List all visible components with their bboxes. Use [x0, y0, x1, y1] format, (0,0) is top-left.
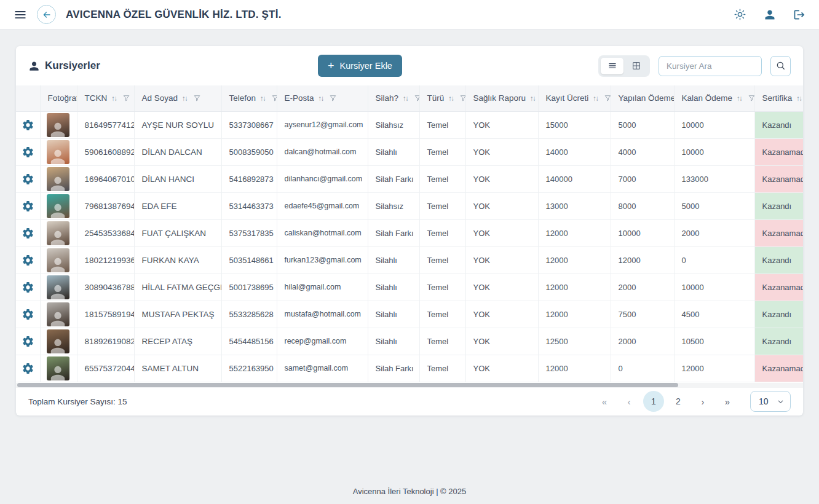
- grid-view-button[interactable]: [625, 58, 647, 74]
- column-header-silah[interactable]: Silah? ↑↓: [368, 85, 419, 111]
- filter-icon[interactable]: [604, 94, 611, 102]
- cell-phone: 5533285628: [221, 301, 277, 328]
- cell-sertifika: Kazanamadı: [754, 219, 803, 246]
- horizontal-scrollbar[interactable]: [16, 383, 803, 388]
- hamburger-menu-icon[interactable]: [14, 8, 27, 22]
- add-trainee-button[interactable]: + Kursiyer Ekle: [318, 55, 402, 77]
- cell-name: DİLAN HANCI: [134, 165, 221, 192]
- back-button[interactable]: [37, 5, 56, 24]
- person-silhouette-icon: [49, 175, 67, 191]
- logout-icon[interactable]: [793, 9, 805, 21]
- cell-silah: Silahlı: [368, 246, 419, 274]
- sort-icon[interactable]: ↑↓: [111, 95, 117, 102]
- filter-icon[interactable]: [122, 94, 130, 102]
- page-size-select[interactable]: 10: [750, 391, 791, 412]
- filter-icon[interactable]: [271, 94, 277, 102]
- cell-kalan: 10000: [674, 274, 754, 301]
- cell-photo: [40, 274, 77, 301]
- cell-turu: Temel: [419, 192, 465, 219]
- first-page-button[interactable]: «: [594, 391, 615, 412]
- sort-icon[interactable]: ↑↓: [318, 95, 324, 102]
- cell-tckn: 79681387694: [77, 192, 134, 219]
- cell-saglik: YOK: [465, 355, 538, 382]
- plus-icon: +: [328, 60, 334, 71]
- filter-icon[interactable]: [329, 94, 337, 102]
- row-settings-button[interactable]: [22, 333, 34, 350]
- column-header-email[interactable]: E-Posta ↑↓: [277, 85, 368, 111]
- grid-icon: [631, 61, 641, 71]
- cell-silah: Silahsız: [368, 192, 419, 219]
- row-settings-button[interactable]: [22, 278, 34, 296]
- filter-icon[interactable]: [414, 94, 419, 102]
- cell-silah: Silahlı: [368, 328, 419, 355]
- app-title: AVICENNA ÖZEL GÜVENLİK HİZ. LTD. ŞTİ.: [66, 9, 282, 21]
- list-view-button[interactable]: [601, 58, 623, 74]
- sort-icon[interactable]: ↑↓: [182, 95, 188, 102]
- sort-icon[interactable]: ↑↓: [403, 95, 408, 102]
- user-icon[interactable]: [764, 9, 776, 21]
- row-settings-button[interactable]: [22, 224, 34, 242]
- person-icon: [28, 60, 40, 72]
- filter-icon[interactable]: [459, 94, 465, 102]
- row-settings-button[interactable]: [22, 116, 34, 133]
- column-header-turu[interactable]: Türü ↑↓: [419, 85, 465, 111]
- row-settings-button[interactable]: [22, 305, 34, 323]
- gear-icon: [22, 308, 34, 321]
- pagination: « ‹ 1 2 › » 10: [594, 391, 791, 412]
- panel-header: Kursiyerler + Kursiyer Ekle: [16, 46, 803, 85]
- cell-name: FURKAN KAYA: [134, 246, 221, 274]
- column-header-name[interactable]: Ad Soyad ↑↓: [134, 85, 221, 111]
- cell-kalan: 0: [674, 246, 754, 274]
- row-settings-button[interactable]: [22, 360, 34, 377]
- cell-tckn: 30890436788: [77, 274, 134, 301]
- page-footer: Avicenna İleri Teknoloji | © 2025: [0, 487, 819, 504]
- cell-yapilan: 7500: [611, 301, 674, 328]
- column-header-kayit[interactable]: Kayıt Ücreti ↑↓: [538, 85, 611, 111]
- cell-name: MUSTAFA PEKTAŞ: [134, 301, 221, 328]
- sort-icon[interactable]: ↑↓: [448, 95, 454, 102]
- search-button[interactable]: [770, 56, 791, 76]
- sort-icon[interactable]: ↑↓: [796, 95, 802, 102]
- scrollbar-thumb[interactable]: [17, 383, 678, 387]
- page-button-2[interactable]: 2: [668, 391, 689, 412]
- gear-icon: [22, 335, 34, 348]
- column-header-foto[interactable]: Fotoğraf: [40, 85, 77, 111]
- cell-name: FUAT ÇALIŞKAN: [134, 219, 221, 246]
- cell-turu: Temel: [419, 165, 465, 192]
- page-button-1[interactable]: 1: [643, 391, 664, 412]
- next-page-button[interactable]: ›: [692, 391, 713, 412]
- cell-kalan: 12000: [674, 355, 754, 382]
- row-settings-button[interactable]: [22, 251, 34, 269]
- cell-phone: 5035148661: [221, 246, 277, 274]
- cell-kalan: 5000: [674, 192, 754, 219]
- search-input[interactable]: [659, 56, 762, 76]
- prev-page-button[interactable]: ‹: [619, 391, 639, 412]
- last-page-button[interactable]: »: [717, 391, 738, 412]
- column-label: Türü: [427, 93, 445, 103]
- column-header-tckn[interactable]: TCKN ↑↓: [77, 85, 134, 111]
- column-header-kalan[interactable]: Kalan Ödeme ↑↓: [674, 85, 754, 111]
- filter-icon[interactable]: [193, 94, 201, 102]
- sort-icon[interactable]: ↑↓: [593, 95, 598, 102]
- cell-turu: Temel: [419, 355, 465, 382]
- cell-silah: Silah Farkı: [368, 165, 419, 192]
- cell-silah: Silahlı: [368, 301, 419, 328]
- theme-toggle-sun-icon[interactable]: [734, 8, 746, 21]
- column-header-saglik[interactable]: Sağlık Raporu ↑↓: [465, 85, 538, 111]
- gear-icon: [22, 119, 34, 132]
- cell-photo: [40, 165, 77, 192]
- row-settings-button[interactable]: [22, 170, 34, 187]
- sort-icon[interactable]: ↑↓: [260, 95, 266, 102]
- column-header-yapilan[interactable]: Yapılan Ödeme: [611, 85, 674, 111]
- sort-icon[interactable]: ↑↓: [737, 95, 742, 102]
- column-header-sertifika[interactable]: Sertifika ↑↓: [754, 85, 803, 111]
- person-silhouette-icon: [49, 120, 67, 137]
- cell-saglik: YOK: [465, 219, 538, 246]
- cell-photo: [40, 192, 77, 219]
- sort-icon[interactable]: ↑↓: [530, 95, 536, 102]
- row-settings-button[interactable]: [22, 143, 34, 160]
- cell-saglik: YOK: [465, 138, 538, 165]
- filter-icon[interactable]: [748, 94, 754, 102]
- row-settings-button[interactable]: [22, 197, 34, 215]
- column-header-phone[interactable]: Telefon ↑↓: [221, 85, 277, 111]
